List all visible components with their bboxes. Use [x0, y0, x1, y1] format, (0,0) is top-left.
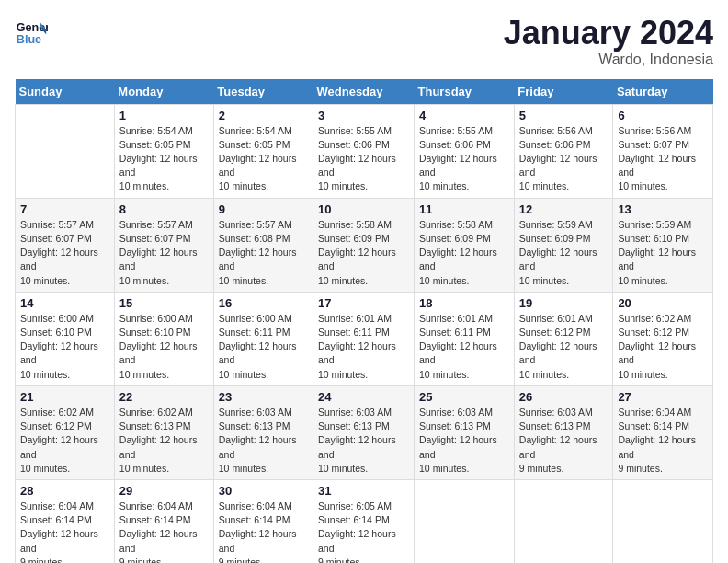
- day-info: Sunrise: 6:03 AMSunset: 6:13 PMDaylight:…: [519, 406, 609, 476]
- day-cell: 28Sunrise: 6:04 AMSunset: 6:14 PMDayligh…: [16, 479, 115, 563]
- day-info: Sunrise: 6:03 AMSunset: 6:13 PMDaylight:…: [419, 406, 509, 476]
- logo: General Blue: [15, 15, 48, 48]
- day-number: 18: [419, 296, 509, 310]
- day-info: Sunrise: 5:56 AMSunset: 6:06 PMDaylight:…: [519, 124, 609, 194]
- day-cell: [16, 104, 115, 198]
- day-cell: 6Sunrise: 5:56 AMSunset: 6:07 PMDaylight…: [613, 104, 713, 198]
- day-info: Sunrise: 6:01 AMSunset: 6:11 PMDaylight:…: [419, 312, 509, 382]
- day-cell: [415, 479, 515, 563]
- day-cell: 20Sunrise: 6:02 AMSunset: 6:12 PMDayligh…: [613, 292, 713, 385]
- day-cell: 19Sunrise: 6:01 AMSunset: 6:12 PMDayligh…: [514, 292, 613, 385]
- calendar-body: 1Sunrise: 5:54 AMSunset: 6:05 PMDaylight…: [16, 104, 713, 563]
- week-row-3: 14Sunrise: 6:00 AMSunset: 6:10 PMDayligh…: [16, 292, 713, 385]
- day-info: Sunrise: 5:58 AMSunset: 6:09 PMDaylight:…: [419, 218, 509, 288]
- day-info: Sunrise: 5:59 AMSunset: 6:10 PMDaylight:…: [618, 218, 708, 288]
- day-number: 5: [519, 109, 609, 122]
- day-cell: 23Sunrise: 6:03 AMSunset: 6:13 PMDayligh…: [213, 385, 313, 479]
- weekday-header-monday: Monday: [114, 79, 213, 105]
- day-number: 28: [20, 484, 109, 498]
- day-number: 26: [519, 390, 609, 404]
- day-info: Sunrise: 6:00 AMSunset: 6:11 PMDaylight:…: [219, 312, 308, 382]
- page-header: General Blue January 2024 Wardo, Indones…: [15, 15, 713, 68]
- day-info: Sunrise: 5:55 AMSunset: 6:06 PMDaylight:…: [419, 124, 509, 194]
- day-cell: 5Sunrise: 5:56 AMSunset: 6:06 PMDaylight…: [514, 104, 613, 198]
- day-number: 13: [618, 202, 708, 216]
- weekday-row: SundayMondayTuesdayWednesdayThursdayFrid…: [16, 79, 713, 105]
- day-number: 15: [119, 296, 209, 310]
- day-number: 27: [618, 390, 708, 404]
- week-row-1: 1Sunrise: 5:54 AMSunset: 6:05 PMDaylight…: [16, 104, 713, 198]
- day-cell: 1Sunrise: 5:54 AMSunset: 6:05 PMDaylight…: [114, 104, 213, 198]
- day-cell: 21Sunrise: 6:02 AMSunset: 6:12 PMDayligh…: [16, 385, 115, 479]
- day-info: Sunrise: 6:04 AMSunset: 6:14 PMDaylight:…: [20, 500, 109, 563]
- day-info: Sunrise: 5:58 AMSunset: 6:09 PMDaylight:…: [318, 218, 409, 288]
- day-cell: 22Sunrise: 6:02 AMSunset: 6:13 PMDayligh…: [114, 385, 213, 479]
- day-info: Sunrise: 6:04 AMSunset: 6:14 PMDaylight:…: [618, 406, 708, 476]
- week-row-4: 21Sunrise: 6:02 AMSunset: 6:12 PMDayligh…: [16, 385, 713, 479]
- day-number: 19: [519, 296, 609, 310]
- day-info: Sunrise: 5:57 AMSunset: 6:07 PMDaylight:…: [119, 218, 209, 288]
- day-number: 3: [318, 109, 409, 122]
- day-info: Sunrise: 5:57 AMSunset: 6:08 PMDaylight:…: [219, 218, 308, 288]
- day-number: 17: [318, 296, 409, 310]
- weekday-header-friday: Friday: [514, 79, 613, 105]
- day-number: 24: [318, 390, 409, 404]
- day-cell: 15Sunrise: 6:00 AMSunset: 6:10 PMDayligh…: [114, 292, 213, 385]
- day-number: 14: [20, 296, 109, 310]
- day-cell: 13Sunrise: 5:59 AMSunset: 6:10 PMDayligh…: [613, 198, 713, 292]
- day-info: Sunrise: 5:54 AMSunset: 6:05 PMDaylight:…: [219, 124, 308, 194]
- logo-icon: General Blue: [15, 15, 48, 48]
- day-info: Sunrise: 6:02 AMSunset: 6:13 PMDaylight:…: [119, 406, 209, 476]
- week-row-2: 7Sunrise: 5:57 AMSunset: 6:07 PMDaylight…: [16, 198, 713, 292]
- weekday-header-wednesday: Wednesday: [313, 79, 415, 105]
- day-number: 10: [318, 202, 409, 216]
- day-info: Sunrise: 6:02 AMSunset: 6:12 PMDaylight:…: [20, 406, 109, 476]
- day-cell: 12Sunrise: 5:59 AMSunset: 6:09 PMDayligh…: [514, 198, 613, 292]
- day-number: 4: [419, 109, 509, 122]
- day-info: Sunrise: 5:55 AMSunset: 6:06 PMDaylight:…: [318, 124, 409, 194]
- day-cell: 16Sunrise: 6:00 AMSunset: 6:11 PMDayligh…: [213, 292, 313, 385]
- day-number: 11: [419, 202, 509, 216]
- day-cell: 3Sunrise: 5:55 AMSunset: 6:06 PMDaylight…: [313, 104, 415, 198]
- weekday-header-thursday: Thursday: [415, 79, 515, 105]
- day-cell: 18Sunrise: 6:01 AMSunset: 6:11 PMDayligh…: [415, 292, 515, 385]
- title-block: January 2024 Wardo, Indonesia: [504, 15, 713, 68]
- day-cell: 2Sunrise: 5:54 AMSunset: 6:05 PMDaylight…: [213, 104, 313, 198]
- day-cell: 11Sunrise: 5:58 AMSunset: 6:09 PMDayligh…: [415, 198, 515, 292]
- day-number: 21: [20, 390, 109, 404]
- weekday-header-sunday: Sunday: [16, 79, 115, 105]
- day-number: 29: [119, 484, 209, 498]
- day-number: 8: [119, 202, 209, 216]
- day-number: 31: [318, 484, 409, 498]
- day-info: Sunrise: 5:59 AMSunset: 6:09 PMDaylight:…: [519, 218, 609, 288]
- day-number: 9: [219, 202, 308, 216]
- weekday-header-tuesday: Tuesday: [213, 79, 313, 105]
- day-info: Sunrise: 6:00 AMSunset: 6:10 PMDaylight:…: [119, 312, 209, 382]
- day-info: Sunrise: 6:02 AMSunset: 6:12 PMDaylight:…: [618, 312, 708, 382]
- day-cell: 24Sunrise: 6:03 AMSunset: 6:13 PMDayligh…: [313, 385, 415, 479]
- day-info: Sunrise: 6:04 AMSunset: 6:14 PMDaylight:…: [219, 500, 308, 563]
- day-info: Sunrise: 6:03 AMSunset: 6:13 PMDaylight:…: [219, 406, 308, 476]
- day-info: Sunrise: 5:57 AMSunset: 6:07 PMDaylight:…: [20, 218, 109, 288]
- svg-text:Blue: Blue: [17, 33, 41, 46]
- weekday-header-saturday: Saturday: [613, 79, 713, 105]
- day-info: Sunrise: 6:03 AMSunset: 6:13 PMDaylight:…: [318, 406, 409, 476]
- day-cell: 9Sunrise: 5:57 AMSunset: 6:08 PMDaylight…: [213, 198, 313, 292]
- day-number: 23: [219, 390, 308, 404]
- day-cell: 17Sunrise: 6:01 AMSunset: 6:11 PMDayligh…: [313, 292, 415, 385]
- day-cell: 14Sunrise: 6:00 AMSunset: 6:10 PMDayligh…: [16, 292, 115, 385]
- calendar-table: SundayMondayTuesdayWednesdayThursdayFrid…: [15, 79, 713, 563]
- day-number: 20: [618, 296, 708, 310]
- day-cell: 10Sunrise: 5:58 AMSunset: 6:09 PMDayligh…: [313, 198, 415, 292]
- day-number: 1: [119, 109, 209, 122]
- day-number: 30: [219, 484, 308, 498]
- day-cell: [514, 479, 613, 563]
- day-cell: 7Sunrise: 5:57 AMSunset: 6:07 PMDaylight…: [16, 198, 115, 292]
- day-number: 2: [219, 109, 308, 122]
- day-info: Sunrise: 5:56 AMSunset: 6:07 PMDaylight:…: [618, 124, 708, 194]
- calendar-header: SundayMondayTuesdayWednesdayThursdayFrid…: [16, 79, 713, 105]
- month-title: January 2024: [504, 15, 713, 52]
- day-info: Sunrise: 6:04 AMSunset: 6:14 PMDaylight:…: [119, 500, 209, 563]
- day-number: 12: [519, 202, 609, 216]
- day-number: 25: [419, 390, 509, 404]
